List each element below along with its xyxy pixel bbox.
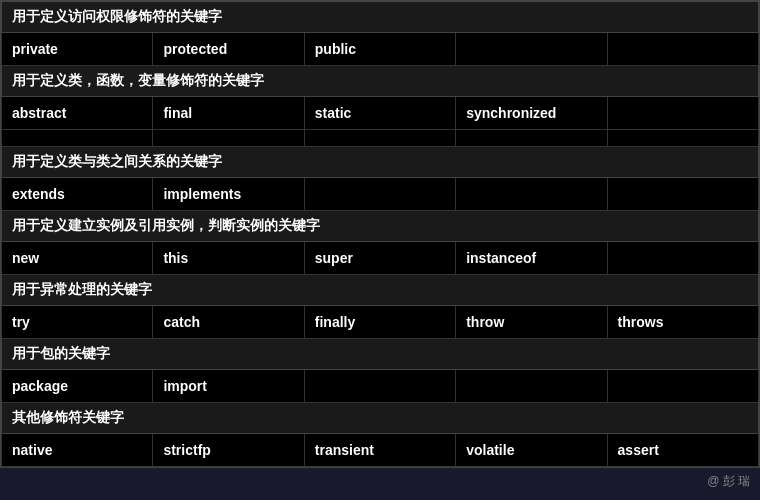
table-cell: new [2, 242, 153, 275]
table-row: newthissuperinstanceof [2, 242, 759, 275]
table-cell: static [304, 97, 455, 130]
table-cell: finally [304, 306, 455, 339]
table-cell: native [2, 434, 153, 467]
table-cell: final [153, 97, 304, 130]
table-row: nativestrictfptransientvolatileassert [2, 434, 759, 467]
section-header-row: 用于定义访问权限修饰符的关键字 [2, 2, 759, 33]
section-header-row: 用于定义类与类之间关系的关键字 [2, 147, 759, 178]
section-header-row: 其他修饰符关键字 [2, 403, 759, 434]
table-row: abstractfinalstaticsynchronized [2, 97, 759, 130]
table-cell [153, 130, 304, 147]
table-cell: catch [153, 306, 304, 339]
table-cell: protected [153, 33, 304, 66]
table-cell [304, 130, 455, 147]
table-cell [607, 370, 758, 403]
section-header-row: 用于定义类，函数，变量修饰符的关键字 [2, 66, 759, 97]
table-cell [304, 178, 455, 211]
section-header-cell: 用于定义类，函数，变量修饰符的关键字 [2, 66, 759, 97]
section-header-row: 用于异常处理的关键字 [2, 275, 759, 306]
table-cell: assert [607, 434, 758, 467]
table-cell: throws [607, 306, 758, 339]
table-cell [607, 242, 758, 275]
table-cell: super [304, 242, 455, 275]
table-cell [304, 370, 455, 403]
table-cell: synchronized [456, 97, 607, 130]
section-header-cell: 用于定义类与类之间关系的关键字 [2, 147, 759, 178]
table-cell [2, 130, 153, 147]
table-cell: implements [153, 178, 304, 211]
table-cell: this [153, 242, 304, 275]
keywords-table: 用于定义访问权限修饰符的关键字privateprotectedpublic用于定… [1, 1, 759, 467]
section-header-cell: 用于异常处理的关键字 [2, 275, 759, 306]
section-header-cell: 其他修饰符关键字 [2, 403, 759, 434]
table-cell: abstract [2, 97, 153, 130]
section-header-cell: 用于包的关键字 [2, 339, 759, 370]
table-cell: import [153, 370, 304, 403]
table-row: trycatchfinallythrowthrows [2, 306, 759, 339]
table-cell [607, 130, 758, 147]
section-header-row: 用于定义建立实例及引用实例，判断实例的关键字 [2, 211, 759, 242]
table-row [2, 130, 759, 147]
table-cell: strictfp [153, 434, 304, 467]
main-table-container: 用于定义访问权限修饰符的关键字privateprotectedpublic用于定… [0, 0, 760, 468]
table-row: packageimport [2, 370, 759, 403]
section-header-cell: 用于定义建立实例及引用实例，判断实例的关键字 [2, 211, 759, 242]
table-cell: private [2, 33, 153, 66]
table-cell [456, 178, 607, 211]
table-row: privateprotectedpublic [2, 33, 759, 66]
table-cell: public [304, 33, 455, 66]
table-cell: throw [456, 306, 607, 339]
table-cell: volatile [456, 434, 607, 467]
table-cell: extends [2, 178, 153, 211]
section-header-row: 用于包的关键字 [2, 339, 759, 370]
table-cell: transient [304, 434, 455, 467]
table-cell [456, 370, 607, 403]
table-cell [456, 130, 607, 147]
table-row: extendsimplements [2, 178, 759, 211]
table-cell [607, 97, 758, 130]
watermark: @ 彭 瑞 [707, 473, 750, 490]
table-cell [607, 33, 758, 66]
table-cell [456, 33, 607, 66]
table-cell: instanceof [456, 242, 607, 275]
table-cell [607, 178, 758, 211]
section-header-cell: 用于定义访问权限修饰符的关键字 [2, 2, 759, 33]
table-cell: package [2, 370, 153, 403]
table-cell: try [2, 306, 153, 339]
